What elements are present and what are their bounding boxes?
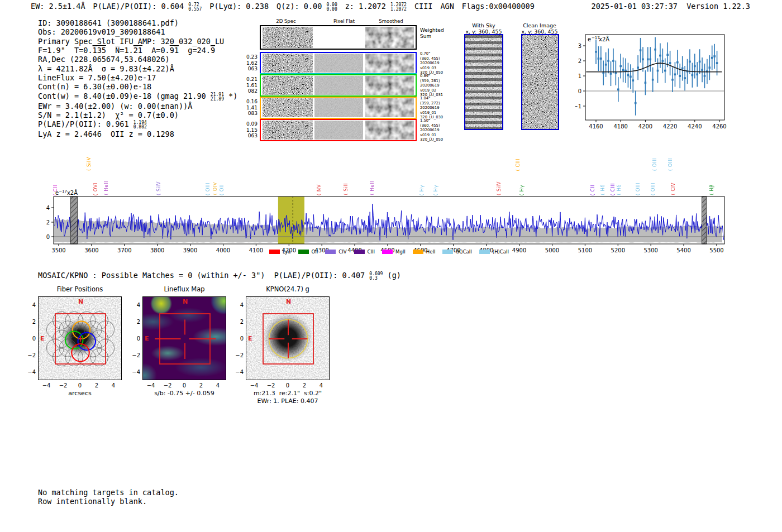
svg-text:−1: −1 [575,103,581,109]
fiber-overlay [39,297,121,380]
x-tick-label: −4 [250,382,259,389]
x-tick-label: −2 [59,382,68,389]
stacked-fraction: 21.9121.89 [211,93,224,102]
y-tick-label: 4 [233,302,244,308]
legend-label: HeII [426,249,436,255]
x-tick-label: 2 [303,382,306,389]
spec2d-image [263,121,313,140]
legend-swatch [269,250,280,254]
info-line: P(LAE)/P(OII): 0.961 1.1940.802 [38,119,237,130]
kpno-panel-title: KPNO(24.7) g [266,285,309,293]
info-line: Obs: 20200619v019_3090188641 [38,27,237,36]
svg-text:4180: 4180 [613,123,627,130]
legend-label: CIII [368,249,375,255]
legend-item: MgII [382,249,406,255]
pixelflat-image [314,27,363,48]
smoothed-image [365,121,414,140]
svg-text:1: 1 [578,73,581,79]
legend-item: OII [298,249,318,255]
detection-info-block: ID: 3090188641 (3090188641.pdf)Obs: 2020… [38,18,237,139]
clean-image-title: Clean Imagex, y: 360, 455 [521,22,557,35]
cutout-strip [260,74,417,97]
fiber-detail-labels: 1.04" (359, 272) 20200619 v019_01 320_LU… [420,96,443,120]
x-tick-label: −2 [164,382,172,389]
legend-item: CIII [354,249,375,255]
info-line: Cont(n) = 6.30(±0.00)e-18 [38,82,237,91]
legend-item: Lyα [269,249,291,255]
line-label-ciii: ( CIII [515,159,521,171]
info-line: S/N = 2.1(±1.2) χ² = 0.7(±0.0) [38,111,237,119]
kpno-overlay [246,297,329,380]
smoothed-image [365,76,414,95]
y-tick-label: −4 [26,369,36,375]
x-tick-label: 4 [216,382,220,389]
y-tick-label: 2 [233,319,244,325]
line-fit-svg: 416041804200422042404260−10123e−17x2Å [575,28,754,134]
x-tick-label: 0 [78,382,82,389]
svg-text:4160: 4160 [589,123,603,130]
mosaic-match-line: MOSAIC/KPNO : Possible Matches = 0 (with… [38,271,401,281]
spec2d-image [263,27,313,48]
x-tick-label: 0 [286,382,289,389]
header-item: Flags:0x00400009 [462,2,535,11]
north-label: N [183,298,188,305]
kpno-ewr-line: EWr: 1. PLAE: 0.407 [257,397,318,405]
fiber-panel-title: Fiber Positions [57,285,103,293]
x-tick-label: 0 [183,382,186,389]
info-line: EWr = 3.40(±2.00) (w: 0.00(±nan))Å [38,102,237,111]
legend-swatch [442,250,453,254]
elixer-report-page: EW: 2.5±1.4ÅP(LAE)/P(OII): 0.604 0.720.5… [0,0,782,532]
svg-text:4200: 4200 [638,123,652,130]
east-label: E [40,335,45,342]
fiber-detail-labels: 1.50" (360, 455) 20200619 v019_01 320_LU… [420,118,443,142]
svg-text:4220: 4220 [663,123,677,130]
svg-text:x2Å: x2Å [599,36,609,42]
full-spectrum-svg: 3500360037003800390040004100420043004400… [0,189,782,256]
column-header-2dspec: 2D Spec [276,18,295,24]
header-item: P(Lyα): 0.238 [209,2,269,11]
pixelflat-image [314,76,363,95]
line-label-siiv: ( SiIV [86,157,92,171]
y-tick-label: 0 [233,336,244,342]
x-tick-label: −2 [267,382,275,389]
fiber-weight-labels: 0.23 1.62 063 [244,54,258,72]
lineflux-panel-title: Lineflux Map [164,285,204,293]
spectrum-unit-label: e−17x2Å [55,189,78,196]
east-label: E [248,335,252,342]
legend-swatch [354,250,365,254]
cutout-strip [260,25,417,50]
spec2d-image [263,54,313,73]
cutout-strip [260,119,417,141]
lineflux-overlay [143,297,226,380]
svg-text:2: 2 [46,219,50,226]
stacked-fraction: 0.000.00 [326,3,337,12]
legend-swatch [298,250,309,254]
fiber-panel: NE [38,296,122,380]
stacked-fraction: 1.20721.2072 [390,3,407,12]
y-tick-label: 0 [26,336,36,342]
y-tick-label: −2 [233,352,244,358]
fiber-weight-labels: 0.09 1.15 063 [244,121,258,139]
line-label-oiii: ( OIII [667,158,673,171]
cyan-row-divider [260,73,417,74]
north-label: N [78,298,83,305]
full-spectrum-plot: 3500360037003800390040004100420043004400… [0,189,782,256]
svg-text:3: 3 [578,43,581,49]
info-line: ID: 3090188641 (3090188641.pdf) [38,18,237,27]
fiber-detail-labels: 0.70" (360, 455) 20200619 v019_03 320_LU… [420,51,443,75]
spec2d-image [263,98,313,117]
info-line: LyA z = 2.4646 OII z = 0.1298 [38,130,237,138]
fiber-xlabel: arcsecs [68,390,91,397]
report-datetime-version: 2025-01-01 03:27:37 Version 1.22.3 [592,2,751,11]
smoothed-image [365,54,414,73]
column-header-pixelflat: Pixel Flat [333,18,355,24]
cutout-strip [260,97,417,119]
header-item: P(LAE)/P(OII): 0.604 0.720.557 [93,2,202,11]
line-fit-plot: 416041804200422042404260−10123e−17x2Å [575,28,754,134]
kpno-stats-line: m:21.3 re:2.1" s:0.2" [254,390,322,397]
fiber-weight-labels: 0.21 1.61 082 [244,76,258,94]
report-header: EW: 2.5±1.4ÅP(LAE)/P(OII): 0.604 0.720.5… [31,2,542,12]
header-item: EW: 2.5±1.4Å [31,2,85,11]
legend-item: CIV [325,249,346,255]
svg-text:e: e [588,36,591,42]
